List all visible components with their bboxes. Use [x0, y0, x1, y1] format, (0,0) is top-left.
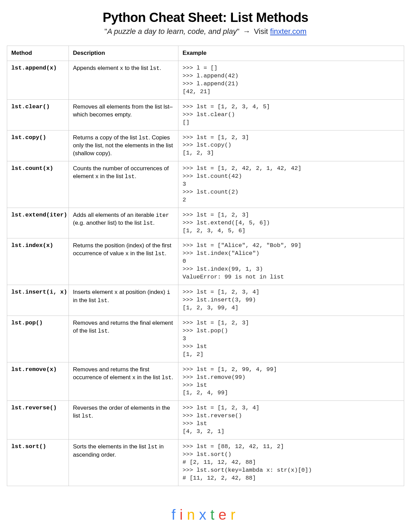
description-cell: Removes all elements from the list lst–w…: [69, 99, 178, 130]
example-cell: >>> l = [] >>> l.append(42) >>> l.append…: [178, 61, 404, 99]
logo-letter: x: [199, 507, 210, 523]
method-cell: lst.extend(iter): [7, 208, 69, 238]
description-cell: Inserts element x at position (index) i …: [69, 285, 178, 316]
table-row: lst.remove(x)Removes and returns the fir…: [7, 362, 404, 401]
description-cell: Sorts the elements in the list lst in as…: [69, 440, 178, 486]
logo-letter: f: [172, 507, 180, 523]
table-row: lst.append(x)Appends element x to the li…: [7, 61, 404, 99]
table-header-row: Method Description Example: [7, 46, 404, 61]
example-cell: >>> lst = [1, 2, 3, 4, 5] >>> lst.clear(…: [178, 99, 404, 130]
logo-letter: t: [210, 507, 219, 523]
example-cell: >>> lst = [1, 2, 3] >>> lst.extend([4, 5…: [178, 208, 404, 238]
method-cell: lst.count(x): [7, 161, 69, 208]
description-cell: Returns a copy of the list lst. Copies o…: [69, 130, 178, 161]
example-cell: >>> lst = [1, 2, 3, 4] >>> lst.reverse()…: [178, 401, 404, 440]
description-cell: Reverses the order of elements in the li…: [69, 401, 178, 440]
method-cell: lst.append(x): [7, 61, 69, 99]
table-row: lst.count(x)Counts the number of occurre…: [7, 161, 404, 208]
description-cell: Removes and returns the final element of…: [69, 316, 178, 362]
logo-letter: r: [231, 507, 239, 523]
method-cell: lst.insert(i, x): [7, 285, 69, 316]
method-cell: lst.remove(x): [7, 362, 69, 401]
example-cell: >>> lst = [1, 2, 3] >>> lst.pop() 3 >>> …: [178, 316, 404, 362]
example-cell: >>> lst = [1, 2, 99, 4, 99] >>> lst.remo…: [178, 362, 404, 401]
description-cell: Adds all elements of an iterable iter (e…: [69, 208, 178, 238]
description-cell: Removes and returns the first occurrence…: [69, 362, 178, 401]
th-method: Method: [7, 46, 69, 61]
method-cell: lst.clear(): [7, 99, 69, 130]
page-title: Python Cheat Sheet: List Methods: [7, 10, 404, 25]
visit-prefix: Visit: [254, 27, 268, 36]
method-cell: lst.reverse(): [7, 401, 69, 440]
example-cell: >>> lst = [1, 2, 42, 2, 1, 42, 42] >>> l…: [178, 161, 404, 208]
th-description: Description: [69, 46, 178, 61]
method-cell: lst.pop(): [7, 316, 69, 362]
table-row: lst.pop()Removes and returns the final e…: [7, 316, 404, 362]
logo-letter: n: [187, 507, 199, 523]
example-cell: >>> lst = ["Alice", 42, "Bob", 99] >>> l…: [178, 238, 404, 285]
table-row: lst.copy()Returns a copy of the list lst…: [7, 130, 404, 161]
method-cell: lst.sort(): [7, 440, 69, 486]
header: Python Cheat Sheet: List Methods "A puzz…: [7, 10, 404, 36]
table-row: lst.clear()Removes all elements from the…: [7, 99, 404, 130]
table-row: lst.insert(i, x)Inserts element x at pos…: [7, 285, 404, 316]
table-row: lst.extend(iter)Adds all elements of an …: [7, 208, 404, 238]
description-cell: Counts the number of occurrences of elem…: [69, 161, 178, 208]
example-cell: >>> lst = [88, 12, 42, 11, 2] >>> lst.so…: [178, 440, 404, 486]
motto-text: A puzzle a day to learn, code, and play: [107, 27, 237, 36]
description-cell: Returns the position (index) of the firs…: [69, 238, 178, 285]
logo-letter: i: [179, 507, 187, 523]
methods-table: Method Description Example lst.append(x)…: [7, 46, 404, 486]
finxter-link[interactable]: finxter.com: [270, 27, 307, 36]
logo-letter: e: [219, 507, 231, 523]
footer-logo: finxter: [7, 507, 404, 523]
subtitle: "A puzzle a day to learn, code, and play…: [7, 27, 404, 36]
table-row: lst.index(x)Returns the position (index)…: [7, 238, 404, 285]
example-cell: >>> lst = [1, 2, 3, 4] >>> lst.insert(3,…: [178, 285, 404, 316]
method-cell: lst.copy(): [7, 130, 69, 161]
example-cell: >>> lst = [1, 2, 3] >>> lst.copy() [1, 2…: [178, 130, 404, 161]
table-row: lst.reverse()Reverses the order of eleme…: [7, 401, 404, 440]
th-example: Example: [178, 46, 404, 61]
page: Python Cheat Sheet: List Methods "A puzz…: [0, 0, 411, 532]
arrow-icon: →: [243, 27, 250, 36]
description-cell: Appends element x to the list lst.: [69, 61, 178, 99]
method-cell: lst.index(x): [7, 238, 69, 285]
table-row: lst.sort()Sorts the elements in the list…: [7, 440, 404, 486]
